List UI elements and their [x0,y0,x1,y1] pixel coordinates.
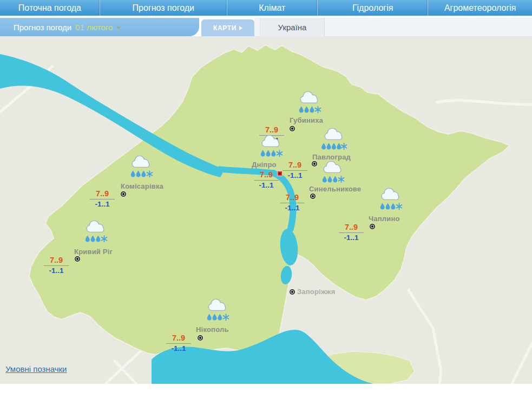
forecast-section-tab: Прогноз погоди 01 лютого [0,18,199,36]
temp-night: -1..1 [254,181,279,190]
temp-day: 7..9 [44,256,69,266]
tab-weather-forecast[interactable]: Прогноз погоди [100,0,227,16]
temp-night: -1..1 [283,171,307,180]
temp-day: 7..9 [339,223,364,233]
city-marker[interactable] [312,161,317,166]
cloud-rain-snow-icon [319,160,346,184]
cloud-rain-snow-icon [320,127,347,151]
cloud-rain-snow-icon [203,298,231,322]
cloud-rain-snow-icon [295,90,323,114]
temp-day: 7..9 [90,189,115,199]
temp-night: -1..1 [44,266,69,275]
temp-night: -1..1 [280,203,305,212]
temp-range: 7..9 -1..1 [254,170,279,189]
city-label[interactable]: Комісарівка [121,182,163,190]
tab-current-weather[interactable]: Поточна погода [0,0,100,16]
temp-night: -1..1 [90,199,115,209]
tab-ukraine[interactable]: Україна [260,18,325,36]
cloud-rain-snow-icon [377,187,404,211]
city-marker[interactable] [277,171,283,176]
city-label[interactable]: Чаплино [369,215,400,223]
map-graphic [0,36,532,384]
tab-climate[interactable]: Клімат [227,0,318,16]
temp-range: 7..9 -1..1 [280,193,305,212]
city-marker[interactable] [198,335,203,341]
maps-button-label: КАРТИ [213,24,237,32]
city-marker[interactable] [75,256,80,262]
sub-navigation: Прогноз погоди 01 лютого КАРТИ Україна [0,18,532,36]
temp-night: -1..1 [166,344,191,353]
page-footer-space [0,384,532,393]
arrow-right-icon [239,26,242,30]
temp-day: 7..9 [166,334,191,344]
city-marker[interactable] [290,126,295,131]
temp-range: 7..9 -1..1 [90,189,115,208]
temp-day: 7..9 [283,161,307,171]
city-marker[interactable] [121,191,126,197]
temp-day: 7..9 [280,193,305,203]
temp-range: 7..9 -1..1 [339,223,364,242]
temp-range: 7..9 -1..1 [44,256,69,275]
cloud-rain-snow-icon [257,134,284,158]
weather-map: 7..9 -1..1 Губиниха 7..9 -1..1 Дніпро 7.… [0,36,532,384]
cloud-rain-snow-icon [127,155,154,178]
temp-night: -1..1 [339,233,364,242]
temp-day: 7..9 [254,170,279,181]
region-tab-strip: Україна [254,18,532,36]
temp-range: 7..9 -1..1 [166,334,191,352]
city-label[interactable]: Запоріжжя [297,288,336,296]
tab-hydrology[interactable]: Гідрологія [318,0,428,16]
city-marker[interactable] [370,224,375,229]
city-label[interactable]: Дніпро [252,161,277,169]
forecast-section-label: Прогноз погоди [14,23,71,32]
cloud-rain-snow-icon [82,219,109,243]
city-label[interactable]: Нікополь [196,325,229,334]
main-navigation: Поточна погода Прогноз погоди Клімат Гід… [0,0,532,16]
city-marker[interactable] [310,194,316,199]
city-marker[interactable] [290,289,295,295]
caret-down-icon[interactable] [116,26,121,29]
temp-range: 7..9 -1..1 [283,161,307,179]
city-label[interactable]: Губиниха [290,116,323,124]
city-label[interactable]: Синельникове [309,185,361,193]
legend-link[interactable]: Умовні позначки [5,364,67,374]
city-label[interactable]: Кривий Ріг [74,248,113,256]
tab-agrometeorology[interactable]: Агрометеорологія [428,0,532,16]
maps-button[interactable]: КАРТИ [201,19,254,36]
date-dropdown[interactable]: 01 лютого [75,23,113,32]
